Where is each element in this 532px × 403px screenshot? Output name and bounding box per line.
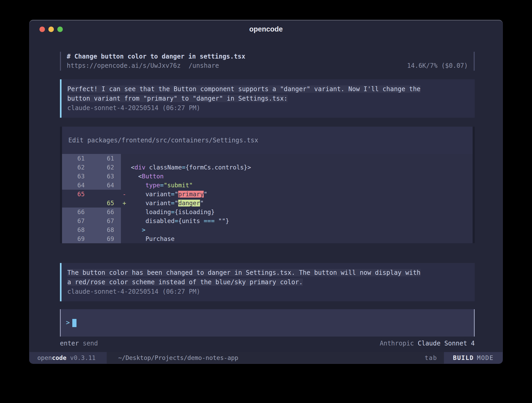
line-number-new: 65 [91, 199, 121, 208]
diff-row: 6363 <Button [62, 172, 473, 181]
line-number-old: 68 [62, 225, 91, 234]
diff-marker: + [121, 199, 131, 208]
message-line: button variant from "primary" to "danger… [67, 94, 468, 103]
context-usage: 14.6K/7% ($0.07) [407, 61, 468, 70]
code-line: disabled={units === ""} [131, 216, 473, 225]
model-timestamp: claude-sonnet-4-20250514 (06:27 PM) [67, 103, 468, 113]
prompt-input[interactable]: > [60, 309, 475, 337]
status-bar: opencodev0.3.11 ~/Desktop/Projects/demo-… [29, 352, 503, 364]
diff-view: 61616262<div className={formCs.controls}… [60, 154, 475, 243]
line-number-old: 62 [62, 163, 91, 172]
model-indicator: Anthropic Claude Sonnet 4 [380, 339, 475, 348]
line-number-new: 69 [91, 234, 121, 243]
share-url[interactable]: https://opencode.ai/s/UwJxv76z [67, 61, 181, 70]
assistant-message: Perfect! I can see that the Button compo… [60, 79, 475, 118]
code-line: <div className={formCs.controls}> [131, 163, 473, 172]
line-number-old: 66 [62, 208, 91, 216]
session-title: # Change button color to danger in setti… [67, 52, 474, 61]
line-number-new: 66 [91, 208, 121, 216]
traffic-lights [39, 27, 63, 32]
diff-row: 6262<div className={formCs.controls}> [62, 163, 473, 172]
minimize-button[interactable] [48, 27, 54, 32]
diff-marker [121, 208, 131, 216]
code-line [131, 154, 473, 163]
line-number-old [62, 199, 91, 208]
edit-tool-header: Edit packages/frontend/src/containers/Se… [60, 127, 475, 154]
line-number-old: 64 [62, 181, 91, 190]
unshare-command: /unshare [188, 61, 219, 70]
model-timestamp: claude-sonnet-4-20250514 (06:27 PM) [67, 287, 468, 296]
diff-row: 6464 type="submit" [62, 181, 473, 190]
titlebar: opencode [29, 20, 503, 37]
diff-row: 6666 loading={isLoading} [62, 208, 473, 216]
line-number-old: 63 [62, 172, 91, 181]
code-line: variant="primary" [131, 190, 473, 199]
line-number-new: 61 [91, 154, 121, 163]
diff-marker [121, 154, 131, 163]
diff-row: 65+ variant="danger" [62, 199, 473, 208]
diff-marker [121, 234, 131, 243]
send-hint: enter send [60, 339, 98, 348]
close-button[interactable] [39, 27, 45, 32]
line-number-new: 63 [91, 172, 121, 181]
diff-row: 6161 [62, 154, 473, 163]
prompt-symbol: > [66, 319, 70, 326]
diff-row: 6767 disabled={units === ""} [62, 216, 473, 225]
diff-marker [121, 225, 131, 234]
zoom-button[interactable] [57, 27, 63, 32]
diff-row: 65- variant="primary" [62, 190, 473, 199]
line-number-new [91, 190, 121, 199]
session-meta: https://opencode.ai/s/UwJxv76z /unshare … [67, 61, 474, 70]
code-line: variant="danger" [131, 199, 473, 208]
message-line: Perfect! I can see that the Button compo… [67, 84, 468, 94]
diff-row: 6868 > [62, 225, 473, 234]
text-cursor [72, 319, 76, 327]
code-line: <Button [131, 172, 473, 181]
message-line: a red/rose color scheme instead of the b… [67, 277, 468, 287]
code-line: > [131, 225, 473, 234]
window-title: opencode [29, 20, 503, 38]
code-line: type="submit" [131, 181, 473, 190]
line-number-new: 64 [91, 181, 121, 190]
line-number-new: 68 [91, 225, 121, 234]
opencode-window: opencode # Change button color to danger… [29, 20, 503, 364]
diff-row: 6969 Purchase [62, 234, 473, 243]
line-number-old: 61 [62, 154, 91, 163]
line-number-old: 67 [62, 216, 91, 225]
edit-tool-block: Edit packages/frontend/src/containers/Se… [60, 127, 475, 243]
line-number-new: 62 [91, 163, 121, 172]
session-header: # Change button color to danger in setti… [60, 52, 475, 71]
message-line: The button color has been changed to dan… [67, 268, 468, 277]
line-number-new: 67 [91, 216, 121, 225]
mode-segment[interactable]: BUILDMODE [444, 352, 503, 364]
diff-marker [121, 216, 131, 225]
code-line: loading={isLoading} [131, 208, 473, 216]
assistant-message: The button color has been changed to dan… [60, 263, 475, 301]
code-line: Purchase [131, 234, 473, 243]
tab-keybind-hint: tab [425, 352, 437, 364]
hint-row: enter send Anthropic Claude Sonnet 4 [60, 339, 475, 348]
diff-marker: - [121, 190, 131, 199]
line-number-old: 65 [62, 190, 91, 199]
diff-marker [121, 172, 131, 181]
line-number-old: 69 [62, 234, 91, 243]
working-directory: ~/Desktop/Projects/demo-notes-app [118, 352, 238, 364]
app-version-segment: opencodev0.3.11 [29, 352, 107, 364]
diff-marker [121, 163, 131, 172]
diff-marker [121, 181, 131, 190]
